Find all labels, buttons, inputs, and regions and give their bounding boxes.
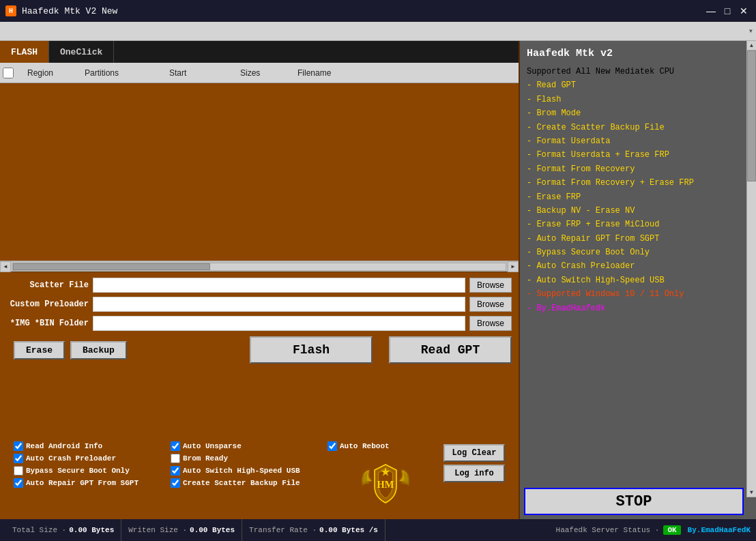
tab-flash[interactable]: FLASH	[0, 41, 49, 63]
scatter-file-label: Scatter File	[7, 280, 89, 290]
status-right: Haafedk Server Status · OK By.EmadHaaFed…	[556, 525, 751, 535]
app-title: Haafedk Mtk V2 New	[22, 6, 117, 16]
col-sizes: Sizes	[240, 68, 295, 78]
scatter-file-row: Scatter File Browse	[7, 278, 512, 293]
auto-repair-label: Auto Repair GPT From SGPT	[26, 479, 139, 487]
auto-crash-label: Auto Crash Preloader	[26, 454, 116, 463]
right-panel: Haafedk Mtk v2 Supported All New Mediate…	[520, 41, 756, 519]
written-size-value: 0.00 Bytes	[190, 526, 235, 534]
option-auto-crash: Auto Crash Preloader	[14, 454, 171, 463]
svg-text:HM: HM	[377, 479, 394, 490]
scatter-browse-button[interactable]: Browse	[469, 278, 512, 293]
img-bin-label: *IMG *BIN Folder	[7, 319, 89, 328]
bypass-secure-checkbox[interactable]	[14, 466, 23, 476]
checkbox-col-2: Auto Unsparse Brom Ready Auto Switch Hig…	[171, 441, 328, 488]
table-header: Region Partitions Start Sizes Filename	[0, 63, 519, 83]
written-size-item: Writen Size · 0.00 Bytes	[121, 519, 242, 541]
auto-reboot-checkbox[interactable]	[328, 441, 337, 451]
auto-reboot-label: Auto Reboot	[340, 442, 390, 450]
preloader-label: Custom Preloader	[7, 299, 89, 309]
maximize-button[interactable]: □	[721, 4, 734, 18]
right-scroll-track	[747, 50, 756, 488]
horizontal-scrollbar: ◀ ▶	[0, 261, 519, 272]
flash-button[interactable]: Flash	[250, 336, 373, 364]
info-item-1: - Read GPT	[527, 78, 742, 92]
auto-switch-checkbox[interactable]	[171, 466, 180, 476]
img-bin-browse-button[interactable]: Browse	[469, 316, 512, 331]
log-info-button[interactable]: Log info	[444, 465, 505, 482]
ribbon-toggle[interactable]: ▾	[748, 26, 753, 36]
log-clear-button[interactable]: Log Clear	[444, 444, 505, 462]
read-gpt-button[interactable]: Read GPT	[389, 336, 512, 364]
brom-ready-checkbox[interactable]	[171, 454, 180, 463]
create-scatter-checkbox[interactable]	[171, 478, 180, 488]
info-item-8: - Format From Recovery + Erase FRP	[527, 176, 742, 190]
scroll-thumb[interactable]	[13, 263, 210, 270]
info-list: Supported All New Mediatek CPU - Read GP…	[527, 65, 742, 315]
log-buttons-area: Log Clear Log info	[444, 441, 505, 482]
auto-repair-checkbox[interactable]	[14, 478, 23, 488]
option-bypass-secure: Bypass Secure Boot Only	[14, 466, 171, 476]
col-region: Region	[27, 68, 82, 78]
partition-table-body	[0, 83, 519, 261]
brom-ready-label: Brom Ready	[183, 454, 228, 463]
left-panel: FLASH OneClick Region Partitions Start S…	[0, 41, 520, 519]
scroll-right-arrow[interactable]: ▶	[508, 261, 519, 272]
info-title: Haafedk Mtk v2	[527, 48, 742, 59]
preloader-input[interactable]	[93, 297, 465, 312]
read-android-label: Read Android Info	[26, 442, 102, 450]
total-size-value: 0.00 Bytes	[69, 526, 114, 534]
option-auto-reboot: Auto Reboot	[328, 441, 444, 451]
info-item-13: - Bypass Secure Boot Only	[527, 246, 742, 259]
title-bar-controls: — □ ✕	[704, 4, 751, 18]
info-item-12: - Auto Repair GPT From SGPT	[527, 232, 742, 246]
img-bin-row: *IMG *BIN Folder Browse	[7, 316, 512, 331]
info-item-4: - Create Scatter Backup File	[527, 121, 742, 134]
checkbox-col-1: Read Android Info Auto Crash Preloader B…	[14, 441, 171, 488]
select-all-checkbox[interactable]	[3, 68, 14, 78]
backup-button[interactable]: Backup	[70, 341, 127, 360]
minimize-button[interactable]: —	[704, 4, 718, 18]
option-auto-repair: Auto Repair GPT From SGPT	[14, 478, 171, 488]
info-item-7: - Format From Recovery	[527, 162, 742, 176]
erase-button[interactable]: Erase	[14, 341, 65, 360]
create-scatter-label: Create Scatter Backup File	[183, 479, 300, 487]
right-panel-scrollbar: ▲ ▼	[746, 41, 756, 497]
preloader-row: Custom Preloader Browse	[7, 297, 512, 312]
auto-unsparse-checkbox[interactable]	[171, 441, 180, 451]
info-item-10: - Backup NV - Erase NV	[527, 204, 742, 218]
ribbon-bar: ▾	[0, 22, 756, 41]
stop-button[interactable]: STOP	[524, 488, 744, 515]
written-size-label: Writen Size ·	[128, 526, 187, 534]
col-start: Start	[169, 68, 237, 78]
logo-area: HM	[328, 456, 444, 511]
img-bin-input[interactable]	[93, 316, 465, 331]
transfer-rate-label: Transfer Rate ·	[249, 526, 317, 534]
auto-crash-checkbox[interactable]	[14, 454, 23, 463]
right-scroll-down[interactable]: ▼	[747, 488, 756, 497]
form-area: Scatter File Browse Custom Preloader Bro…	[0, 272, 519, 437]
option-read-android: Read Android Info	[14, 441, 171, 451]
option-auto-switch: Auto Switch High-Speed USB	[171, 466, 328, 476]
info-item-15: - Auto Switch High-Speed USB	[527, 274, 742, 287]
tab-bar: FLASH OneClick	[0, 41, 519, 63]
col-partitions: Partitions	[85, 68, 166, 78]
preloader-browse-button[interactable]: Browse	[469, 297, 512, 312]
right-scroll-thumb[interactable]	[747, 50, 756, 181]
auto-switch-label: Auto Switch High-Speed USB	[183, 467, 300, 475]
right-scroll-up[interactable]: ▲	[747, 41, 756, 50]
title-bar-left: H Haafedk Mtk V2 New	[5, 5, 117, 16]
info-item-0: Supported All New Mediatek CPU	[527, 65, 742, 78]
info-item-16: - Supported Windows 10 / 11 Only	[527, 287, 742, 301]
server-status-label: Haafedk Server Status ·	[556, 526, 660, 534]
col-filename: Filename	[297, 68, 516, 78]
app-icon: H	[5, 5, 16, 16]
close-button[interactable]: ✕	[737, 4, 751, 18]
transfer-rate-value: 0.00 Bytes /s	[319, 526, 378, 534]
option-brom-ready: Brom Ready	[171, 454, 328, 463]
action-buttons-row: Erase Backup Flash Read GPT	[7, 336, 512, 364]
scroll-left-arrow[interactable]: ◀	[0, 261, 11, 272]
tab-oneclick[interactable]: OneClick	[49, 41, 114, 63]
read-android-checkbox[interactable]	[14, 441, 23, 451]
scatter-file-input[interactable]	[93, 278, 465, 293]
